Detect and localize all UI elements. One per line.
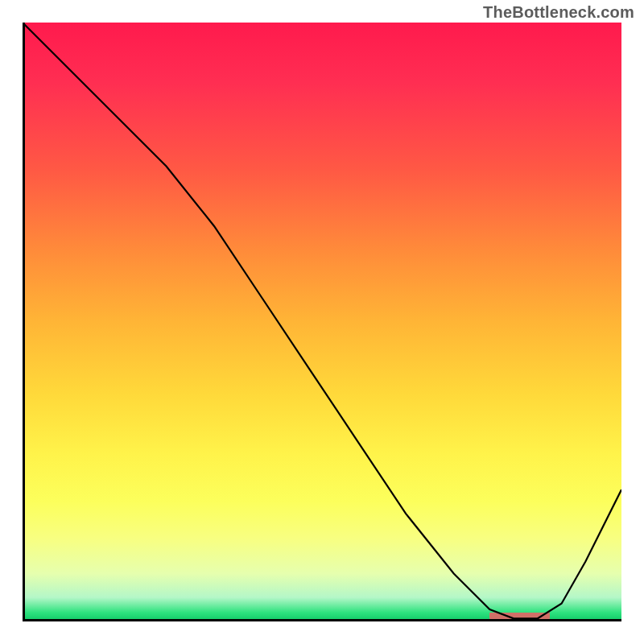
chart-plot-area	[23, 23, 621, 621]
bottleneck-curve	[23, 23, 621, 621]
curve-path	[23, 23, 621, 618]
watermark-text: TheBottleneck.com	[483, 3, 634, 22]
